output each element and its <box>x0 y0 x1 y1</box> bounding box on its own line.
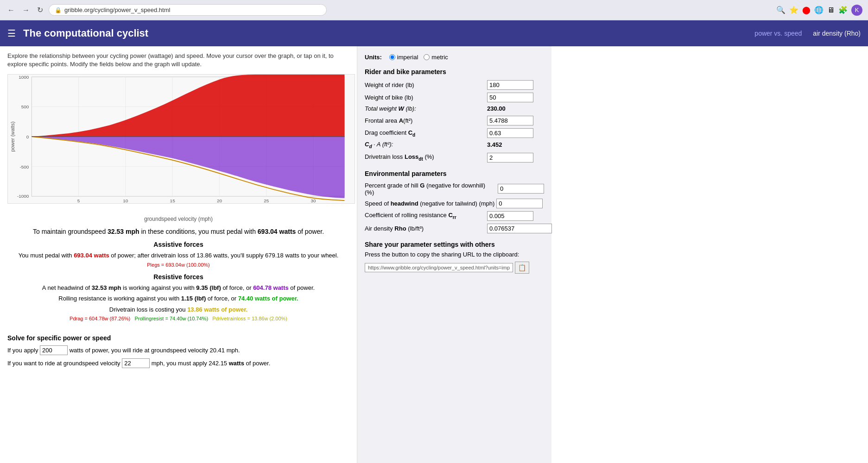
rider-bike-title: Rider and bike parameters <box>365 68 544 75</box>
imperial-option[interactable]: imperial <box>389 54 418 61</box>
grade-input[interactable] <box>498 184 544 194</box>
drivetrain-loss-input[interactable] <box>487 153 533 163</box>
nav-power-speed[interactable]: power vs. speed <box>754 30 802 37</box>
drivetrain-watts: 13.86 watts of power. <box>187 306 247 313</box>
rolling-resist-input[interactable] <box>487 211 533 221</box>
extension3-icon[interactable]: 🖥 <box>827 6 835 14</box>
share-section: Share your parameter settings with other… <box>365 241 544 274</box>
profile-icon[interactable]: K <box>851 5 862 16</box>
power-input[interactable] <box>40 345 68 355</box>
svg-text:15: 15 <box>170 198 176 203</box>
total-weight-label: Total weight W (lb): <box>365 105 485 112</box>
env-section: Environmental parameters Percent grade o… <box>365 170 544 233</box>
weight-bike-input[interactable] <box>487 93 533 102</box>
frontal-area-label: Frontal area A(ft²) <box>365 117 485 124</box>
copy-button[interactable]: 📋 <box>515 262 529 274</box>
metric-radio[interactable] <box>424 54 430 60</box>
browser-toolbar: 🔍 ⭐ ⬤ 🌐 🖥 🧩 K <box>776 5 862 16</box>
resistive-section: Resistive forces A net headwind of 32.53… <box>7 273 349 322</box>
drag-coeff-input[interactable] <box>487 128 533 138</box>
units-label: Units: <box>365 54 382 61</box>
browser-chrome: ← → ↻ 🔒 gribble.org/cycling/power_v_spee… <box>0 0 868 20</box>
svg-text:5: 5 <box>77 198 80 203</box>
svg-text:power (watts): power (watts) <box>10 122 15 152</box>
weight-rider-input[interactable] <box>487 80 533 90</box>
solve-title: Solve for specific power or speed <box>7 334 349 342</box>
share-title: Share your parameter settings with other… <box>365 241 544 248</box>
breakdown-drag: Pdrag = 604.78w (87.26%) <box>70 316 130 321</box>
address-bar[interactable]: 🔒 gribble.org/cycling/power_v_speed.html <box>49 4 327 16</box>
chart-container[interactable]: 1000 500 0 -500 -1000 5 10 15 20 25 30 p… <box>7 74 355 208</box>
speed-input[interactable] <box>122 358 150 368</box>
solve-line2: If you want to ride at groundspeed veloc… <box>7 358 349 369</box>
imperial-radio[interactable] <box>389 54 395 60</box>
share-url-input[interactable] <box>365 263 513 272</box>
svg-text:-1000: -1000 <box>17 194 29 199</box>
svg-text:-500: -500 <box>20 164 29 169</box>
nav-air-density[interactable]: air density (Rho) <box>813 30 861 37</box>
breakdown-drivetrain: Pdrivetrainloss = 13.86w (2.00%) <box>212 316 287 321</box>
stats-main-section: To maintain groundspeed 32.53 mph in the… <box>7 228 349 235</box>
bookmark-icon[interactable]: ⭐ <box>789 6 798 14</box>
svg-text:1000: 1000 <box>19 75 29 80</box>
air-density-input[interactable] <box>487 224 552 233</box>
forward-button[interactable]: → <box>20 5 32 15</box>
assistive-line: You must pedal with 693.04 watts of powe… <box>7 251 349 260</box>
svg-text:25: 25 <box>264 198 269 203</box>
extension4-icon[interactable]: 🧩 <box>838 6 848 14</box>
breakdown-line: Pdrag = 604.78w (87.26%) Prollingresist … <box>7 316 349 321</box>
rolling-force: 1.15 (lbf) <box>181 295 206 302</box>
grade-row: Percent grade of hill G (negative for do… <box>365 182 544 196</box>
assistive-pct: Plegs = 693.04w (100.00%) <box>7 262 349 268</box>
svg-text:10: 10 <box>123 198 128 203</box>
resistive-watts: 604.78 watts <box>253 284 289 291</box>
solve-line1: If you apply watts of power, you will ri… <box>7 345 349 356</box>
headwind-input[interactable] <box>496 199 543 208</box>
svg-text:30: 30 <box>310 198 316 203</box>
imperial-label: imperial <box>397 54 418 61</box>
weight-rider-row: Weight of rider (lb) <box>365 80 544 90</box>
main-watts: 693.04 watts <box>258 228 296 235</box>
description: Explore the relationship between your cy… <box>7 52 349 69</box>
extension2-icon[interactable]: 🌐 <box>814 6 824 14</box>
solve-section: Solve for specific power or speed If you… <box>7 329 349 369</box>
assistive-watts: 693.04 watts <box>74 252 109 259</box>
stats-main-line: To maintain groundspeed 32.53 mph in the… <box>7 228 349 235</box>
left-panel: Explore the relationship between your cy… <box>0 46 357 463</box>
headwind-row: Speed of headwind (negative for tailwind… <box>365 199 544 208</box>
air-density-row: Air density Rho (lb/ft³) <box>365 224 544 233</box>
weight-bike-row: Weight of bike (lb) <box>365 93 544 102</box>
total-weight-row: Total weight W (lb): 230.00 <box>365 105 544 112</box>
resistive-line2: Rolling resistance is working against yo… <box>7 294 349 303</box>
extension1-icon[interactable]: ⬤ <box>802 6 811 14</box>
total-weight-value: 230.00 <box>487 105 506 112</box>
hamburger-icon[interactable]: ☰ <box>7 28 16 39</box>
breakdown-rolling: Prollingresist = 74.40w (10.74%) <box>134 316 208 321</box>
metric-label: metric <box>431 54 448 61</box>
nav-links: power vs. speed air density (Rho) <box>754 30 861 37</box>
rolling-resist-label: Coefficient of rolling resistance Crr <box>365 212 485 220</box>
search-icon[interactable]: 🔍 <box>776 6 786 14</box>
weight-bike-label: Weight of bike (lb) <box>365 94 485 101</box>
chart-svg[interactable]: 1000 500 0 -500 -1000 5 10 15 20 25 30 p… <box>7 74 355 204</box>
air-density-label: Air density Rho (lb/ft³) <box>365 225 485 232</box>
rolling-watts: 74.40 watts of power. <box>238 295 298 302</box>
grade-label: Percent grade of hill G (negative for do… <box>365 182 496 196</box>
share-row: 📋 <box>365 262 544 274</box>
rolling-resist-row: Coefficient of rolling resistance Crr <box>365 211 544 221</box>
refresh-button[interactable]: ↻ <box>35 5 45 15</box>
metric-option[interactable]: metric <box>424 54 448 61</box>
svg-text:20: 20 <box>217 198 222 203</box>
back-button[interactable]: ← <box>6 5 17 15</box>
resistive-title: Resistive forces <box>7 273 349 281</box>
drivetrain-loss-row: Drivetrain loss Lossdt (%) <box>365 153 544 163</box>
chart-xlabel: groundspeed velocity (mph) <box>7 216 349 222</box>
svg-text:500: 500 <box>21 105 29 110</box>
resistive-force: 9.35 (lbf) <box>196 284 221 291</box>
drivetrain-loss-label: Drivetrain loss Lossdt (%) <box>365 153 485 162</box>
env-title: Environmental parameters <box>365 170 544 177</box>
main-content: Explore the relationship between your cy… <box>0 46 868 463</box>
main-speed: 32.53 mph <box>108 228 139 235</box>
frontal-area-input[interactable] <box>487 116 533 125</box>
drag-coeff-label: Drag coefficient Cd <box>365 129 485 138</box>
